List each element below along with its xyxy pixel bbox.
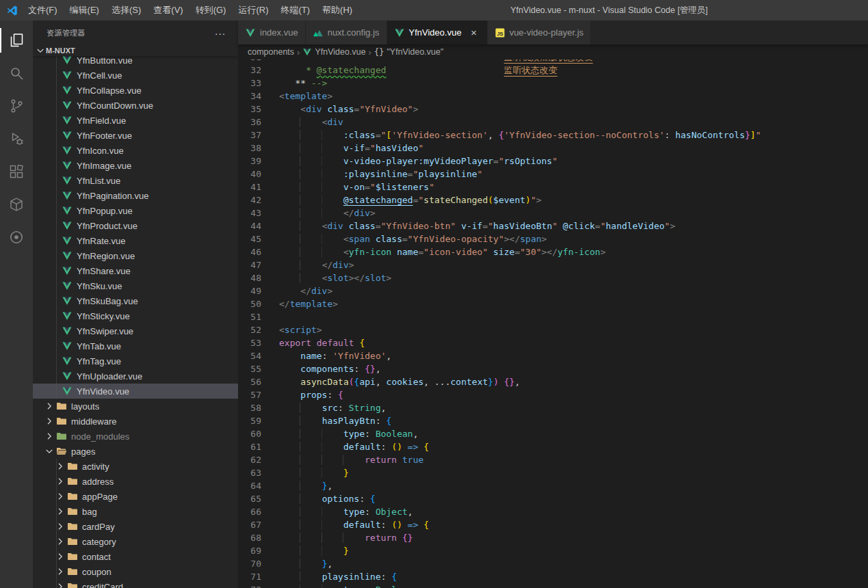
tree-item[interactable]: YfnTab.vue — [33, 338, 238, 353]
line-number[interactable]: 55 — [238, 362, 261, 375]
tree-item[interactable]: activity — [33, 459, 238, 474]
tree-item[interactable]: YfnRegion.vue — [33, 248, 238, 263]
code-line[interactable]: } — [279, 544, 868, 557]
code-line[interactable]: <template> — [279, 90, 868, 103]
menu-item[interactable]: 转到(G) — [189, 0, 233, 21]
code-line[interactable]: default: () => { — [279, 518, 868, 531]
line-number[interactable]: 38 — [238, 142, 261, 155]
section-header-m-nuxt[interactable]: M-NUXT — [33, 45, 238, 56]
line-number[interactable]: 64 — [238, 479, 261, 492]
tree-item[interactable]: YfnList.vue — [33, 173, 238, 188]
tree-item[interactable]: YfnField.vue — [33, 113, 238, 128]
line-number[interactable]: 39 — [238, 155, 261, 168]
tree-item[interactable]: YfnSwiper.vue — [33, 323, 238, 338]
tree-item[interactable]: category — [33, 534, 238, 549]
tree-item[interactable]: YfnRate.vue — [33, 233, 238, 248]
tree-item[interactable]: YfnProduct.vue — [33, 218, 238, 233]
code-line[interactable]: export default { — [279, 336, 868, 349]
line-number[interactable]: 63 — [238, 466, 261, 479]
code-line[interactable]: :class="['YfnVideo-section', {'YfnVideo-… — [279, 129, 868, 142]
editor[interactable]: 3132333435363738394041424344454647484950… — [238, 59, 868, 588]
code-line[interactable]: components: {}, — [279, 362, 868, 375]
run-debug-icon[interactable] — [0, 122, 33, 155]
tree-item[interactable]: pages — [33, 444, 238, 459]
tree-item[interactable]: layouts — [33, 399, 238, 414]
package-icon[interactable] — [0, 188, 33, 221]
code-line[interactable]: </div> — [279, 284, 868, 297]
line-number[interactable]: 66 — [238, 505, 261, 518]
breadcrumb-item[interactable]: components — [248, 47, 294, 57]
code-line[interactable]: <span class="YfnVideo-opacity"></span> — [279, 232, 868, 245]
tree-item[interactable]: middleware — [33, 414, 238, 429]
line-number[interactable]: 57 — [238, 388, 261, 401]
line-number[interactable]: 48 — [238, 271, 261, 284]
line-number[interactable]: 33 — [238, 77, 261, 90]
tree-item[interactable]: YfnSticky.vue — [33, 308, 238, 323]
line-number[interactable]: 69 — [238, 544, 261, 557]
tree-item[interactable]: YfnUploader.vue — [33, 369, 238, 384]
line-number[interactable]: 53 — [238, 336, 261, 349]
code-line[interactable]: playsinline: { — [279, 570, 868, 583]
menu-item[interactable]: 终端(T) — [274, 0, 316, 21]
tree-item[interactable]: YfnShare.vue — [33, 263, 238, 278]
code-line[interactable]: type: Object, — [279, 505, 868, 518]
code-line[interactable]: }, — [279, 479, 868, 492]
tree-item[interactable]: YfnCollapse.vue — [33, 83, 238, 98]
line-number[interactable]: 54 — [238, 349, 261, 362]
code-line[interactable] — [279, 310, 868, 323]
tree-item[interactable]: YfnPagination.vue — [33, 188, 238, 203]
breadcrumb-item[interactable]: {}"YfnVideo.vue" — [374, 47, 443, 57]
line-number[interactable]: 51 — [238, 310, 261, 323]
line-number[interactable]: 37 — [238, 129, 261, 142]
line-number[interactable]: 70 — [238, 557, 261, 570]
tree-item[interactable]: address — [33, 474, 238, 489]
tree-item[interactable]: YfnVideo.vue — [33, 384, 238, 399]
tree-item[interactable]: YfnTag.vue — [33, 353, 238, 369]
line-number[interactable]: 71 — [238, 570, 261, 583]
code-line[interactable]: <slot></slot> — [279, 271, 868, 284]
tree-item[interactable]: YfnSku.vue — [33, 278, 238, 293]
tree-item[interactable]: bag — [33, 504, 238, 519]
line-number[interactable]: 49 — [238, 284, 261, 297]
editor-tab[interactable]: nuxt.config.js — [306, 21, 387, 44]
tree-item[interactable]: cardPay — [33, 519, 238, 534]
editor-tab[interactable]: JSvue-video-player.js — [488, 21, 591, 44]
code-line[interactable]: * @statechanged 监听状态改变 — [279, 64, 868, 77]
menu-item[interactable]: 查看(V) — [147, 0, 189, 21]
code-line[interactable]: props: { — [279, 388, 868, 401]
search-icon[interactable] — [0, 57, 33, 90]
tree-item[interactable]: YfnImage.vue — [33, 158, 238, 173]
code-line[interactable]: <script> — [279, 323, 868, 336]
code-line[interactable]: hasPlayBtn: { — [279, 414, 868, 427]
line-number[interactable]: 50 — [238, 297, 261, 310]
line-number[interactable]: 72 — [238, 583, 261, 588]
tree-item[interactable]: YfnCell.vue — [33, 68, 238, 83]
line-number[interactable]: 46 — [238, 245, 261, 258]
extensions-icon[interactable] — [0, 155, 33, 188]
code-line[interactable]: src: String, — [279, 401, 868, 414]
tree-item[interactable]: coupon — [33, 564, 238, 579]
line-number[interactable]: 68 — [238, 531, 261, 544]
code-line[interactable]: v-on="$listeners" — [279, 181, 868, 193]
tree-item[interactable]: contact — [33, 549, 238, 564]
code-line[interactable]: v-video-player:myVideoPlayer="rsOptions" — [279, 155, 868, 168]
code-line[interactable]: @statechanged="stateChanged($event)"> — [279, 193, 868, 206]
code-line[interactable]: type: Boolean — [279, 583, 868, 588]
code-line[interactable]: asyncData({api, cookies, ...context}) {}… — [279, 375, 868, 388]
menu-item[interactable]: 运行(R) — [232, 0, 274, 21]
code-line[interactable]: } — [279, 466, 868, 479]
editor-tab[interactable]: index.vue — [238, 21, 306, 44]
code-line[interactable]: </template> — [279, 297, 868, 310]
code-line[interactable]: ** --> — [279, 77, 868, 90]
menu-item[interactable]: 编辑(E) — [64, 0, 105, 21]
line-number[interactable]: 36 — [238, 116, 261, 129]
tree-item[interactable]: YfnPopup.vue — [33, 203, 238, 218]
line-number[interactable]: 56 — [238, 375, 261, 388]
code-line[interactable]: v-if="hasVideo" — [279, 142, 868, 155]
explorer-icon[interactable] — [0, 24, 33, 57]
code-line[interactable]: <yfn-icon name="icon-video" size="30"></… — [279, 245, 868, 258]
line-number[interactable]: 60 — [238, 427, 261, 440]
code-line[interactable]: <div class="YfnVideo"> — [279, 103, 868, 116]
code-line[interactable]: <div — [279, 116, 868, 129]
line-number[interactable]: 52 — [238, 323, 261, 336]
